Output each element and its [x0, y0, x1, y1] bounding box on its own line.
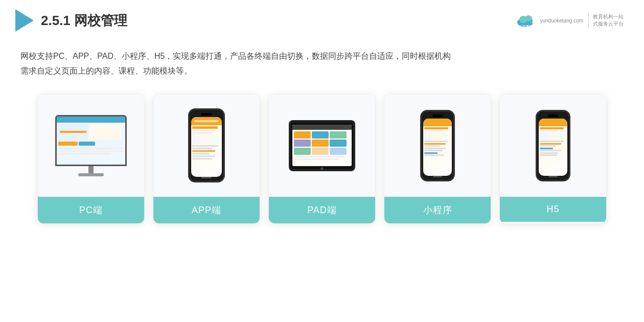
- miniprogram-label: 小程序: [384, 197, 491, 223]
- brand-logo: 云朵课堂 yunduoketang.com 教育机构一站 式服务云平台: [514, 9, 624, 32]
- card-h5: H5: [499, 94, 607, 224]
- tablet-outer: [289, 120, 355, 171]
- monitor-base: [78, 173, 104, 176]
- phone-notch: [201, 113, 212, 116]
- header-left: 2.5.1 网校管理: [15, 9, 127, 32]
- pad-device-mock: [289, 120, 355, 171]
- page-wrapper: 2.5.1 网校管理 云朵课堂 yunduoketang.com 教育机构一站: [0, 0, 644, 322]
- card-miniprogram: 小程序: [384, 94, 491, 224]
- card-pad: PAD端: [268, 94, 376, 224]
- tablet-screen: [292, 125, 352, 166]
- h5-phone-home-button: [548, 176, 558, 177]
- h5-phone-screen: [539, 119, 567, 176]
- h5-device-mock: [536, 110, 570, 181]
- page-title: 2.5.1 网校管理: [41, 12, 127, 30]
- pc-label: PC端: [38, 197, 144, 223]
- mini-phone-outer: [420, 110, 455, 181]
- phone-screen: [191, 117, 222, 177]
- miniprogram-device-mock: [420, 110, 455, 181]
- card-app: APP端: [153, 94, 260, 224]
- mini-phone-notch: [432, 114, 443, 117]
- pc-device-mock: [55, 115, 127, 176]
- svg-text:云朵课堂: 云朵课堂: [518, 25, 533, 29]
- h5-phone-notch: [548, 114, 558, 117]
- app-label: APP端: [153, 197, 260, 223]
- logo-triangle-icon: [15, 9, 34, 32]
- phone-outer: [188, 108, 225, 182]
- phone-home-button: [201, 177, 212, 178]
- app-image-area: [153, 95, 260, 197]
- description-text: 网校支持PC、APP、PAD、小程序、H5，实现多端打通，产品各终端自由切换，数…: [0, 37, 644, 84]
- svg-point-4: [525, 15, 532, 21]
- h5-phone-outer: [536, 110, 570, 181]
- mini-phone-home-button: [433, 176, 442, 177]
- monitor-stand: [88, 166, 94, 173]
- monitor-screen: [57, 117, 125, 165]
- h5-label: H5: [500, 197, 606, 222]
- pc-image-area: [38, 95, 144, 197]
- pad-image-area: [269, 95, 375, 197]
- pad-label: PAD端: [269, 197, 375, 223]
- brand-text: yunduoketang.com: [540, 18, 583, 24]
- card-pc: PC端: [37, 94, 145, 224]
- header: 2.5.1 网校管理 云朵课堂 yunduoketang.com 教育机构一站: [0, 0, 644, 37]
- device-cards: PC端: [0, 84, 644, 239]
- app-device-mock: [188, 108, 225, 182]
- brand-icon: 云朵课堂: [514, 9, 537, 32]
- brand-tagline: 教育机构一站 式服务云平台: [588, 13, 624, 28]
- monitor: [55, 115, 127, 166]
- miniprogram-image-area: [384, 95, 491, 197]
- mini-phone-screen: [423, 119, 452, 176]
- h5-image-area: [500, 95, 606, 197]
- tablet-home-button: [320, 167, 324, 170]
